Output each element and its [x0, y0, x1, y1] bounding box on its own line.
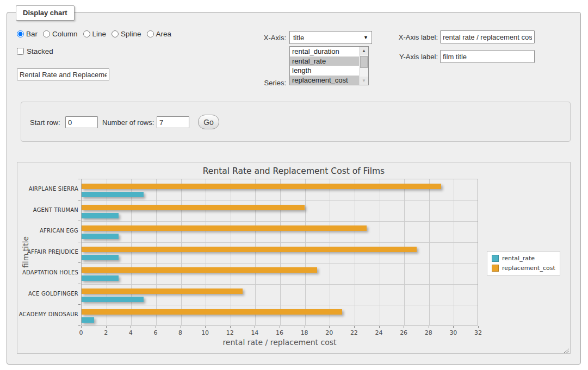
bar-rental_rate	[82, 275, 119, 281]
series-option-length[interactable]: length	[290, 66, 359, 76]
x-axis-select[interactable]: title ▼	[289, 31, 372, 44]
x-gridline	[404, 179, 405, 325]
resize-handle-icon[interactable]	[562, 346, 569, 352]
x-tick-label: 14	[244, 329, 265, 336]
series-multiselect[interactable]: rental_durationrental_ratelengthreplacem…	[289, 46, 369, 85]
x-tick-mark	[156, 326, 156, 328]
x-tick-mark	[106, 326, 107, 328]
chart-type-option-bar[interactable]: Bar	[17, 30, 38, 38]
chart-type-radio-label: Area	[156, 30, 172, 38]
x-tick-label: 16	[269, 329, 290, 336]
x-tick-mark	[131, 326, 131, 328]
series-option-rental_duration[interactable]: rental_duration	[290, 47, 359, 57]
bar-rental_rate	[82, 213, 119, 218]
y-gridline	[82, 242, 478, 243]
scrollbar-thumb[interactable]	[360, 56, 368, 68]
y-tick-mark	[78, 284, 81, 284]
legend-label: replacement_cost	[502, 265, 555, 272]
y-axis-label-input[interactable]	[440, 50, 535, 63]
chart-type-radio-bar[interactable]	[17, 30, 24, 37]
x-tick-label: 6	[145, 329, 166, 336]
bar-rental_rate	[82, 192, 144, 197]
y-tick-mark	[78, 304, 81, 305]
chart-type-radio-area[interactable]	[147, 30, 154, 37]
chevron-down-icon: ▼	[363, 35, 368, 40]
x-gridline	[255, 179, 256, 325]
category-label: AFRICAN EGG	[17, 228, 78, 234]
chart-type-radio-label: Column	[52, 30, 78, 38]
x-tick-mark	[230, 326, 231, 328]
category-label: AFFAIR PREJUDICE	[17, 249, 78, 255]
scroll-down-icon[interactable]: ▼	[360, 77, 368, 85]
legend-label: rental_rate	[502, 255, 535, 262]
chart-type-radio-label: Line	[92, 30, 107, 38]
series-select-label: Series:	[232, 79, 286, 87]
x-tick-mark	[81, 326, 82, 328]
bar-replacement_cost	[82, 267, 317, 273]
chart-container: Rental Rate and Replacement Cost of Film…	[17, 162, 571, 354]
chart-type-option-line[interactable]: Line	[83, 30, 107, 38]
x-tick-label: 0	[70, 329, 92, 336]
x-gridline	[305, 179, 306, 325]
fieldset-legend: Display chart	[16, 5, 75, 21]
x-axis-label-input[interactable]	[440, 30, 535, 43]
y-gridline	[82, 221, 478, 222]
series-option-replacement_cost[interactable]: replacement_cost	[290, 76, 359, 85]
x-gridline	[231, 179, 231, 325]
scroll-up-icon[interactable]: ▲	[360, 47, 368, 55]
x-tick-mark	[280, 326, 280, 328]
chart-type-radio-label: Spline	[121, 30, 141, 38]
x-tick-mark	[429, 326, 429, 328]
x-tick-label: 32	[467, 329, 489, 336]
x-tick-mark	[181, 326, 181, 328]
bar-replacement_cost	[82, 184, 441, 189]
category-label: AIRPLANE SIERRA	[17, 186, 78, 192]
x-tick-mark	[453, 326, 454, 328]
x-gridline	[330, 179, 330, 325]
y-tick-mark	[78, 179, 81, 179]
y-tick-mark	[78, 200, 81, 200]
x-tick-mark	[205, 326, 206, 328]
start-row-input[interactable]	[65, 116, 98, 128]
chart-type-radio-column[interactable]	[43, 30, 50, 37]
x-gridline	[181, 179, 182, 325]
go-button[interactable]: Go	[198, 115, 219, 129]
y-tick-mark	[78, 242, 81, 242]
legend-item-replacement_cost: replacement_cost	[492, 265, 555, 272]
chart-type-radio-spline[interactable]	[112, 30, 119, 37]
x-gridline	[131, 179, 132, 325]
x-tick-mark	[478, 326, 479, 328]
stacked-checkbox[interactable]	[17, 48, 24, 55]
chart-type-option-spline[interactable]: Spline	[112, 30, 141, 38]
stacked-label: Stacked	[27, 47, 53, 55]
bar-rental_rate	[82, 317, 94, 323]
chart-title-input[interactable]	[17, 68, 109, 80]
series-options: rental_durationrental_ratelengthreplacem…	[290, 47, 359, 85]
chart-type-option-column[interactable]: Column	[43, 30, 78, 38]
chart-type-option-area[interactable]: Area	[147, 30, 172, 38]
x-gridline	[280, 179, 281, 325]
x-gridline	[429, 179, 430, 325]
chart-type-radio-line[interactable]	[83, 30, 90, 37]
x-tick-label: 22	[343, 329, 365, 336]
x-tick-label: 18	[294, 329, 315, 336]
display-chart-fieldset: Display chart BarColumnLineSplineArea St…	[7, 12, 581, 365]
x-tick-mark	[329, 326, 330, 328]
x-tick-mark	[404, 326, 404, 328]
stacked-row[interactable]: Stacked	[17, 47, 53, 55]
x-tick-label: 26	[393, 329, 414, 336]
category-label: ACE GOLDFINGER	[17, 291, 78, 297]
x-tick-mark	[255, 326, 255, 328]
bar-replacement_cost	[82, 247, 417, 252]
series-scrollbar[interactable]: ▲ ▼	[359, 47, 368, 85]
x-tick-label: 2	[95, 329, 117, 336]
chart-type-radio-label: Bar	[26, 30, 38, 38]
x-gridline	[355, 179, 355, 325]
number-of-rows-input[interactable]	[157, 116, 189, 128]
series-option-rental_rate[interactable]: rental_rate	[290, 57, 359, 66]
chart-legend: rental_ratereplacement_cost	[487, 251, 560, 275]
x-axis-selected-value: title	[293, 34, 304, 42]
legend-item-rental_rate: rental_rate	[492, 255, 555, 262]
x-tick-label: 24	[368, 329, 390, 336]
bar-replacement_cost	[82, 225, 367, 231]
